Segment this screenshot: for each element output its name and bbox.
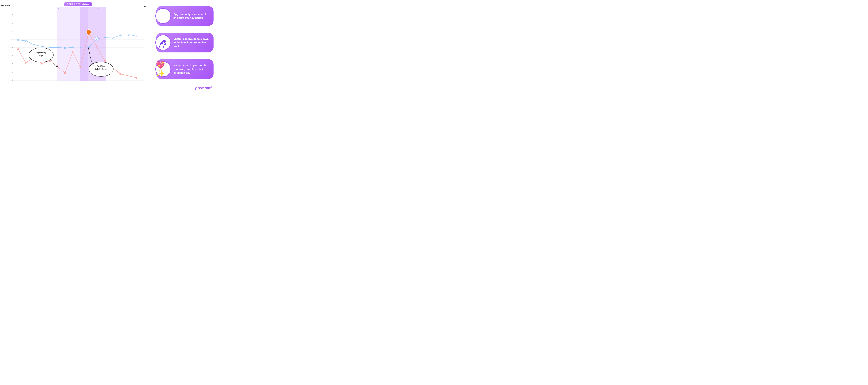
svg-point-48	[64, 72, 66, 74]
svg-text:75: 75	[12, 22, 13, 24]
svg-text:45: 45	[12, 47, 13, 49]
svg-point-49	[72, 51, 73, 53]
chart-section: FERTILE WINDOW ⌐ ¬ Ratio Level BBT	[0, 2, 153, 94]
svg-point-53	[96, 46, 97, 48]
svg-text:55: 55	[12, 38, 13, 40]
svg-point-54	[104, 60, 106, 62]
svg-text:25: 25	[12, 63, 13, 65]
level-header: Level	[5, 5, 10, 7]
svg-text:to Baby Dance: to Baby Dance	[95, 68, 107, 70]
svg-point-57	[135, 77, 137, 79]
svg-point-127	[163, 40, 166, 43]
svg-text:85: 85	[12, 14, 13, 16]
svg-point-129	[164, 43, 166, 45]
svg-text:+: +	[88, 31, 89, 34]
svg-text:≥95: ≥95	[11, 7, 13, 8]
svg-point-45	[41, 62, 42, 64]
baby-dance-card-text: Baby Dance: in your fertile window, your…	[171, 64, 210, 75]
svg-text:5: 5	[12, 79, 13, 81]
svg-point-42	[18, 48, 19, 50]
svg-text:15: 15	[12, 71, 13, 73]
svg-point-50	[80, 66, 81, 68]
fertile-window-bracket: ⌐ ¬	[57, 7, 99, 10]
egg-info-card: Egg: can only survive up to 24 hours aft…	[156, 6, 214, 26]
svg-point-128	[161, 42, 163, 45]
y-axis-headers: Ratio Level	[0, 5, 10, 7]
fertile-window-badge: FERTILE WINDOW	[64, 2, 93, 6]
bbt-header: BBT	[144, 6, 148, 8]
svg-point-56	[119, 73, 121, 75]
svg-point-43	[25, 62, 27, 64]
svg-text:Best Time: Best Time	[97, 65, 105, 67]
right-panel: Egg: can only survive up to 24 hours aft…	[153, 2, 217, 94]
svg-text:Days: Days	[39, 54, 43, 57]
bbt-header-container: BBT	[144, 5, 153, 8]
main-chart: ≥1.9 1.7 1.5 1.3 1.1 0.9 0.7 0.5 0.3 0.1…	[10, 7, 144, 81]
svg-text:High Fertility: High Fertility	[36, 51, 46, 54]
main-container: FERTILE WINDOW ⌐ ¬ Ratio Level BBT	[0, 0, 217, 96]
sperm-icon	[155, 35, 171, 50]
sperm-card-text: Sperm: can live up to 5 days in the fema…	[171, 37, 210, 48]
ratio-header: Ratio	[0, 5, 4, 7]
baby-dance-info-card: 💖✨ Baby Dance: in your fertile window, y…	[156, 59, 214, 79]
premom-logo: premom®	[195, 86, 212, 90]
egg-icon	[155, 8, 171, 24]
svg-text:35: 35	[12, 55, 13, 57]
fertile-window-label: FERTILE WINDOW ⌐ ¬	[57, 2, 99, 10]
svg-text:65: 65	[12, 30, 13, 32]
sperm-info-card: Sperm: can live up to 5 days in the fema…	[156, 33, 214, 53]
baby-dance-icon: 💖✨	[155, 61, 171, 77]
svg-text:B: B	[96, 38, 97, 40]
egg-card-text: Egg: can only survive up to 24 hours aft…	[171, 12, 210, 20]
premom-logo-container: premom®	[156, 86, 214, 90]
heart-sparkle-emoji: 💖✨	[156, 61, 170, 78]
